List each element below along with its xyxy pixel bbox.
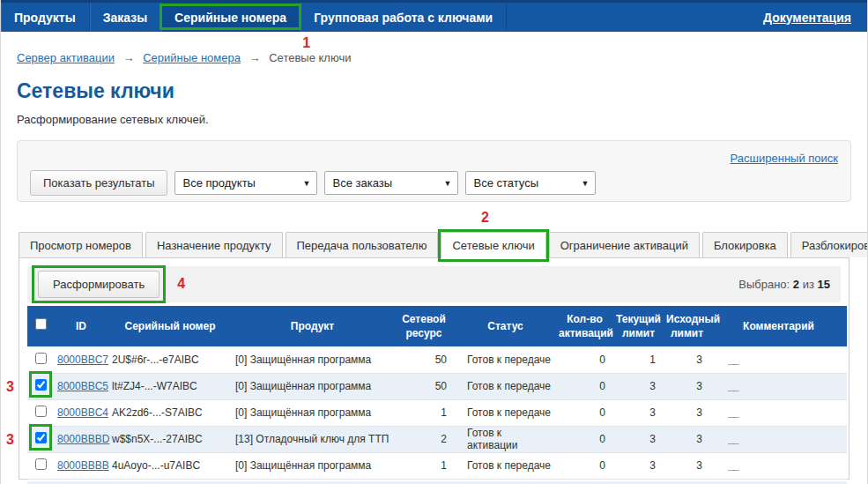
row-checkbox[interactable]	[35, 432, 47, 443]
comment-link[interactable]: __	[728, 380, 738, 392]
key-id-link[interactable]: 8000BBC4	[57, 406, 108, 419]
activations-cell: 0	[556, 346, 613, 373]
product-cell: [0] Защищённая программа	[232, 452, 393, 479]
header-comment: Комментарий	[710, 306, 847, 346]
nav-item-label: Заказы	[103, 11, 147, 25]
table-row: 8000BBC7 2U$#6r-...-e7AIBC [0] Защищённа…	[27, 346, 847, 373]
breadcrumb: Сервер активации → Серийные номера → Сет…	[17, 51, 851, 64]
selected-label: Выбрано:	[738, 278, 790, 291]
serial-cell: AK2zd6-...-S7AIBC	[108, 399, 232, 426]
serial-cell: lt#ZJ4-...-W7AIBC	[108, 373, 232, 399]
initial-limit-cell: 3	[664, 373, 710, 399]
table-row-partial	[27, 481, 847, 484]
dropdown-arrow-icon: ▼	[303, 179, 311, 188]
resource-cell: 1	[393, 399, 455, 426]
table-row: 3 8000BBC5 lt#ZJ4-...-W7AIBC [0] Защищён…	[27, 373, 847, 399]
resource-cell: 2	[393, 426, 455, 452]
current-limit-cell: 3	[613, 399, 664, 426]
key-id-link[interactable]: 8000BBBB	[57, 459, 109, 472]
status-cell: Готов к передаче	[455, 373, 556, 399]
resource-cell: 50	[393, 346, 455, 373]
key-id-link[interactable]: 8000BBC5	[57, 380, 108, 392]
nav-item-orders[interactable]: Заказы	[90, 3, 161, 32]
selection-summary: Выбрано: 2 из 15	[738, 278, 830, 291]
header-id: ID	[54, 306, 108, 346]
product-cell: [13] Отладочный ключ для ТТП	[232, 426, 393, 452]
tab-view-numbers[interactable]: Просмотр номеров	[19, 232, 143, 257]
breadcrumb-link-activation-server[interactable]: Сервер активации	[17, 51, 115, 64]
products-select-value: Все продукты	[182, 176, 255, 190]
activations-cell: 0	[556, 373, 613, 399]
comment-link[interactable]: __	[728, 433, 738, 445]
nav-item-label: Серийные номера	[174, 11, 286, 25]
comment-link[interactable]: __	[728, 354, 738, 366]
comment-link[interactable]: __	[728, 406, 738, 419]
header-activations: Кол-во активаций	[556, 306, 613, 346]
tab-label: Сетевые ключи	[452, 239, 534, 252]
advanced-search-link[interactable]: Расширенный поиск	[731, 152, 838, 165]
tab-bar: Просмотр номеров Назначение продукту Пер…	[17, 232, 851, 257]
total-count: 15	[818, 278, 830, 291]
header-status: Статус	[455, 306, 556, 346]
row-checkbox[interactable]	[35, 353, 47, 364]
header-resource: Сетевой ресурс	[393, 306, 455, 346]
tab-network-keys[interactable]: Сетевые ключи 2	[441, 232, 545, 258]
step-number-4: 4	[177, 277, 185, 291]
breadcrumb-current: Сетевые ключи	[269, 51, 351, 64]
step-number-1: 1	[302, 36, 310, 50]
orders-select-value: Все заказы	[332, 176, 392, 190]
product-cell: [0] Защищённая программа	[232, 346, 393, 373]
nav-item-serial-numbers[interactable]: Серийные номера 1	[161, 3, 300, 32]
tab-transfer-to-user[interactable]: Передача пользователю	[286, 232, 439, 257]
table-row: 8000BBBB 4uAoyo-...-u7AIBC [0] Защищённа…	[27, 452, 847, 479]
status-cell: Готов к передаче	[455, 346, 556, 373]
top-navigation: Продукты Заказы Серийные номера 1 Группо…	[1, 0, 867, 32]
panel-toolbar: Расформировать 4 Выбрано: 2 из 15	[27, 266, 841, 302]
statuses-select[interactable]: Все статусы ▼	[465, 171, 596, 195]
table-row: 8000BBC4 AK2zd6-...-S7AIBC [0] Защищённа…	[27, 399, 847, 426]
activations-cell: 0	[556, 399, 613, 426]
products-select[interactable]: Все продукты ▼	[174, 171, 317, 195]
header-serial: Серийный номер	[108, 306, 232, 346]
row-checkbox[interactable]	[35, 379, 47, 391]
disband-button[interactable]: Расформировать	[38, 271, 160, 298]
tab-assign-product[interactable]: Назначение продукту	[145, 232, 283, 257]
nav-item-label: Продукты	[14, 11, 76, 25]
network-keys-panel: Расформировать 4 Выбрано: 2 из 15	[19, 257, 849, 480]
status-cell: Готов к активации	[455, 426, 556, 452]
row-checkbox[interactable]	[35, 458, 47, 470]
documentation-link[interactable]: Документация	[747, 3, 867, 32]
resource-cell: 50	[393, 373, 455, 399]
orders-select[interactable]: Все заказы ▼	[324, 171, 458, 195]
current-limit-cell: 3	[613, 452, 664, 479]
current-limit-cell: 1	[613, 346, 664, 373]
tab-activation-limit[interactable]: Ограничение активаций	[549, 232, 700, 257]
initial-limit-cell: 3	[664, 426, 710, 452]
comment-link[interactable]: __	[728, 459, 738, 472]
status-cell: Готов к передаче	[455, 399, 556, 426]
activations-cell: 0	[556, 426, 613, 452]
initial-limit-cell: 3	[664, 399, 710, 426]
dropdown-arrow-icon: ▼	[582, 179, 590, 188]
breadcrumb-link-serial-numbers[interactable]: Серийные номера	[143, 51, 241, 64]
filter-controls-row: Показать результаты Все продукты ▼ Все з…	[30, 170, 838, 196]
tab-unblock[interactable]: Разблокировка	[790, 232, 868, 257]
page-title: Сетевые ключи	[17, 79, 851, 103]
keys-table: ID Серийный номер Продукт Сетевой ресурс…	[27, 306, 847, 480]
nav-item-products[interactable]: Продукты	[1, 3, 90, 32]
row-checkbox[interactable]	[35, 406, 47, 417]
statuses-select-value: Все статусы	[473, 176, 538, 190]
product-cell: [0] Защищённая программа	[232, 399, 393, 426]
product-cell: [0] Защищённая программа	[232, 373, 393, 399]
resource-cell: 1	[393, 452, 455, 479]
table-header-row: ID Серийный номер Продукт Сетевой ресурс…	[27, 306, 847, 346]
nav-item-group-key-work[interactable]: Групповая работа с ключами	[300, 3, 507, 32]
key-id-link[interactable]: 8000BBBD	[57, 433, 109, 445]
filter-panel: Расширенный поиск Показать результаты Вс…	[17, 140, 851, 202]
tab-block[interactable]: Блокировка	[702, 232, 788, 257]
show-results-button[interactable]: Показать результаты	[30, 170, 167, 196]
select-all-checkbox[interactable]	[35, 318, 47, 330]
key-id-link[interactable]: 8000BBC7	[57, 354, 108, 366]
selected-count: 2	[793, 278, 799, 291]
current-limit-cell: 3	[613, 426, 664, 452]
